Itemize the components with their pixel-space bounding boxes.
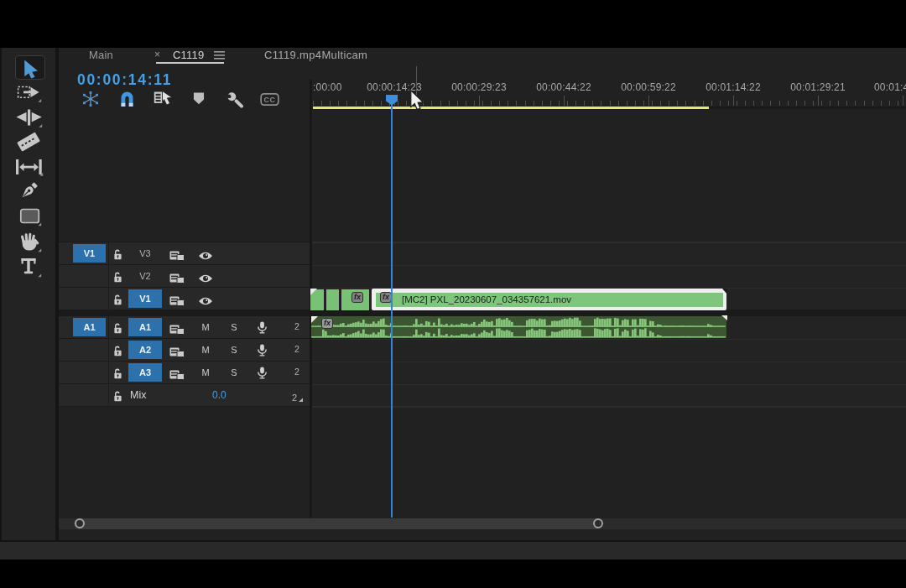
svg-text:2: 2 <box>292 393 297 403</box>
svg-text:CC: CC <box>264 96 276 104</box>
